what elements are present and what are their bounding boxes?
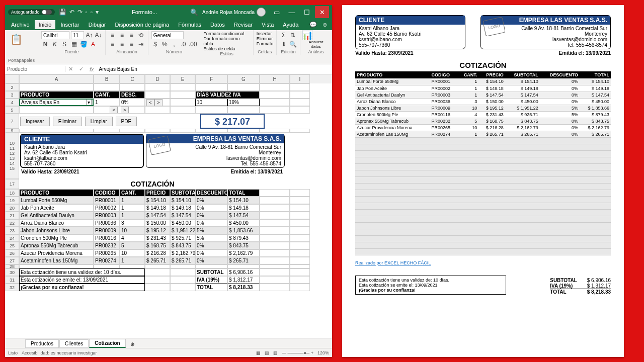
cell[interactable] xyxy=(260,268,290,276)
cell[interactable]: 0% xyxy=(195,249,227,257)
cell[interactable]: Lumbal Forte 550Mg xyxy=(19,197,94,204)
col-G[interactable]: G xyxy=(227,74,260,83)
cell[interactable] xyxy=(170,99,195,106)
search-icon[interactable]: 🔍 xyxy=(190,9,198,16)
cell[interactable] xyxy=(260,242,290,249)
cell[interactable]: 1 xyxy=(120,212,145,219)
cell[interactable]: $ 149.18 xyxy=(227,204,260,212)
cell[interactable]: 1 xyxy=(120,204,145,212)
cell[interactable] xyxy=(260,219,290,227)
qat-more-icon[interactable]: ▾ xyxy=(96,9,99,16)
row-header[interactable]: 9 xyxy=(5,129,19,133)
cell[interactable]: $ 1,951.22 xyxy=(170,227,195,234)
cell[interactable] xyxy=(94,264,120,268)
cell[interactable] xyxy=(120,83,145,91)
cell[interactable]: $ 149.18 xyxy=(170,204,195,212)
tab-disposicion[interactable]: Disposición de página xyxy=(111,20,174,29)
cell[interactable] xyxy=(260,264,290,268)
cell[interactable]: PR00265 xyxy=(94,249,120,257)
cell[interactable]: 0% xyxy=(195,197,227,204)
cell[interactable]: 10 xyxy=(120,227,145,234)
cell[interactable] xyxy=(290,106,310,114)
cell[interactable] xyxy=(145,83,170,91)
add-sheet-icon[interactable]: ⊕ xyxy=(126,340,138,348)
sort-icon[interactable]: ⇅ xyxy=(289,31,297,39)
row-header[interactable]: 23 xyxy=(5,227,19,234)
autosave-toggle[interactable]: Autoguardado xyxy=(8,9,55,15)
currency-icon[interactable]: $ xyxy=(151,40,159,48)
view-normal-icon[interactable]: ▦ xyxy=(256,350,261,355)
paste-icon[interactable]: 📋 xyxy=(8,31,24,47)
cell[interactable]: Azucar Providencia Morena xyxy=(19,249,94,257)
cell[interactable]: $ 843.75 xyxy=(227,242,260,249)
cell[interactable] xyxy=(260,276,290,284)
row-header[interactable]: 18 xyxy=(5,189,19,197)
fill-icon[interactable]: 🪣 xyxy=(79,40,88,48)
cell[interactable]: $ 154.10 xyxy=(170,197,195,204)
redo-icon[interactable]: ↷ xyxy=(77,9,83,16)
share-icon[interactable]: ☺ xyxy=(320,21,330,28)
view-layout-icon[interactable]: ▤ xyxy=(265,350,269,355)
align-mid-icon[interactable]: ≡ xyxy=(118,31,126,39)
cell[interactable]: CANT. xyxy=(94,91,120,99)
cell[interactable] xyxy=(290,129,310,133)
cell[interactable] xyxy=(170,264,195,268)
cell[interactable]: $ 925.71 xyxy=(170,234,195,242)
undo-icon[interactable]: ↶ xyxy=(69,9,74,16)
cell[interactable] xyxy=(170,284,195,291)
cell[interactable]: Jabon Johnsons Libre xyxy=(19,227,94,234)
cell[interactable]: $ 195.12 xyxy=(145,227,170,234)
cell[interactable]: $ 216.28 xyxy=(145,249,170,257)
tab-formulas[interactable]: Fórmulas xyxy=(174,20,205,29)
limpiar-button[interactable]: Limpiar xyxy=(85,117,113,126)
col-F[interactable]: F xyxy=(195,74,227,83)
shrink-font-icon[interactable]: A↓ xyxy=(95,31,102,39)
cell[interactable]: DESC. xyxy=(120,91,145,99)
producto-input[interactable]: Arvejas Bajas En ▾ xyxy=(19,99,94,106)
cell[interactable] xyxy=(94,83,120,91)
cell[interactable] xyxy=(145,264,170,268)
cell[interactable]: 1 xyxy=(120,197,145,204)
close-icon[interactable]: ✕ xyxy=(315,6,329,18)
cell[interactable] xyxy=(290,197,310,204)
cell[interactable] xyxy=(120,129,145,133)
cell[interactable] xyxy=(260,249,290,257)
cell[interactable] xyxy=(145,284,170,291)
cell[interactable]: PR00036 xyxy=(94,219,120,227)
name-box[interactable]: Producto xyxy=(5,66,65,72)
cell[interactable]: 3 xyxy=(120,219,145,227)
pdf-button[interactable]: PDF xyxy=(116,117,137,126)
cell[interactable] xyxy=(170,106,195,114)
row-header[interactable]: 27 xyxy=(5,257,19,264)
cell[interactable]: PR00116 xyxy=(94,234,120,242)
cell[interactable] xyxy=(170,276,195,284)
qat-icon[interactable]: ▫ xyxy=(91,9,93,16)
cell[interactable]: PRECIO xyxy=(145,189,170,197)
prev-icon[interactable]: < xyxy=(146,99,154,106)
analyze-icon[interactable]: 📊 xyxy=(303,31,311,39)
cell[interactable]: $ 843.75 xyxy=(170,242,195,249)
cell[interactable] xyxy=(145,276,170,284)
cell[interactable]: PRODUCTO xyxy=(19,189,94,197)
cell[interactable]: Cronofen 500Mg Ple xyxy=(19,234,94,242)
row-header[interactable]: 31 xyxy=(5,276,19,284)
cell[interactable] xyxy=(145,129,170,133)
cell[interactable]: CODIGO xyxy=(94,189,120,197)
ingresar-button[interactable]: Ingresar xyxy=(20,117,50,126)
cell[interactable]: PR00002 xyxy=(94,204,120,212)
cell[interactable] xyxy=(195,264,227,268)
cell[interactable]: CANT. xyxy=(120,189,145,197)
cell[interactable] xyxy=(260,284,290,291)
cell[interactable]: $ 168.75 xyxy=(145,242,170,249)
cell[interactable]: Jab Pon Aceite xyxy=(19,204,94,212)
cell[interactable]: $ 154.10 xyxy=(227,197,260,204)
cell[interactable]: PR00232 xyxy=(94,242,120,249)
underline-icon[interactable]: S xyxy=(60,40,68,48)
cell[interactable]: $ 6,906.16 xyxy=(227,268,260,276)
cell[interactable]: $ 450.00 xyxy=(227,219,260,227)
cell[interactable]: 4 xyxy=(120,234,145,242)
cell[interactable] xyxy=(290,249,310,257)
cell[interactable]: $ 879.43 xyxy=(227,234,260,242)
cell[interactable] xyxy=(170,129,195,133)
cell[interactable] xyxy=(19,129,94,133)
